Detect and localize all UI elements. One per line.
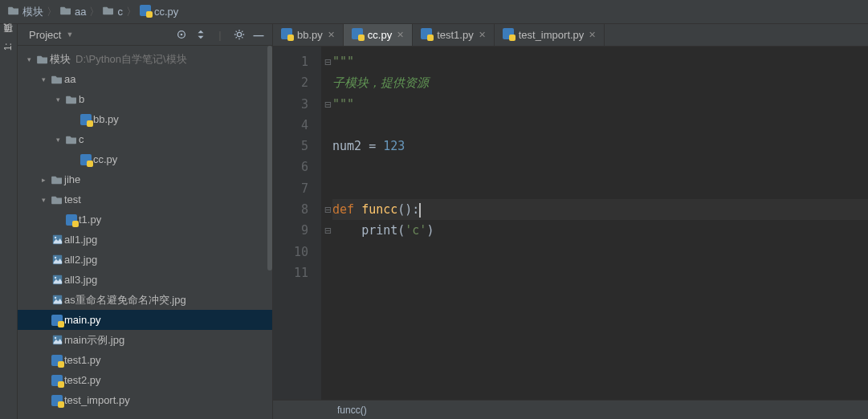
scrollbar[interactable] xyxy=(267,46,272,271)
fold-icon[interactable]: ⊟ xyxy=(324,199,331,220)
tab-label: test1.py xyxy=(437,29,474,41)
tree-node[interactable]: ▾test xyxy=(18,189,272,210)
chevron-down-icon[interactable]: ▾ xyxy=(37,196,50,204)
tree-label: test xyxy=(64,193,81,205)
tree-node[interactable]: ▾c xyxy=(18,129,272,149)
close-icon[interactable]: ✕ xyxy=(589,30,596,40)
img-icon xyxy=(50,275,64,285)
tree-node[interactable]: ·all1.jpg xyxy=(18,230,272,250)
chevron-down-icon[interactable]: ▾ xyxy=(51,96,64,104)
tree-label: all2.jpg xyxy=(64,254,97,266)
editor-tab[interactable]: bb.py✕ xyxy=(273,24,344,46)
chevron-down-icon[interactable]: ▾ xyxy=(22,55,35,63)
tree-node[interactable]: ·bb.py xyxy=(18,109,272,129)
code-line[interactable] xyxy=(332,157,868,177)
tab-label: test_import.py xyxy=(519,29,585,41)
code-line[interactable]: ⊟def funcc(): xyxy=(332,199,868,220)
close-icon[interactable]: ✕ xyxy=(328,30,335,40)
code-line[interactable]: ⊟""" xyxy=(332,94,868,115)
tree-node[interactable]: ·cc.py xyxy=(18,149,272,169)
code-line[interactable] xyxy=(332,242,868,262)
code-line[interactable] xyxy=(332,262,868,283)
folder-icon xyxy=(50,75,64,84)
editor-tabs: bb.py✕cc.py✕test1.py✕test_import.py✕ xyxy=(273,24,868,47)
img-icon xyxy=(50,254,64,265)
fold-icon[interactable]: ⊟ xyxy=(324,94,331,115)
py-icon xyxy=(281,28,292,42)
code-line[interactable]: ⊟""" xyxy=(332,51,868,72)
code-line[interactable]: 子模块，提供资源 xyxy=(332,72,868,93)
tree-node[interactable]: ·main示例.jpg xyxy=(18,330,272,350)
tree-label: t1.py xyxy=(79,214,101,226)
code-lines[interactable]: ⊟"""子模块，提供资源⊟"""num2 = 123⊟def funcc():⊟… xyxy=(321,47,868,400)
py-icon xyxy=(503,28,514,42)
chevron-right-icon: 〉 xyxy=(126,5,137,19)
line-number: 8 xyxy=(273,199,308,220)
py-icon xyxy=(352,28,363,42)
py-icon xyxy=(50,395,64,406)
tree-node[interactable]: ▾模块D:\Python自学笔记\模块 xyxy=(18,49,272,69)
project-panel: Project ▼ | — ▾模块D:\Python自学笔记\模块▾aa▾b·b… xyxy=(18,24,273,419)
tree-node[interactable]: ·test1.py xyxy=(18,350,272,370)
breadcrumb-item[interactable]: 模块 xyxy=(8,5,43,19)
code-area[interactable]: 1234567891011 ⊟"""子模块，提供资源⊟"""num2 = 123… xyxy=(273,47,868,400)
code-line[interactable] xyxy=(332,178,868,199)
py-icon xyxy=(79,114,93,125)
breadcrumb-label: aa xyxy=(75,6,86,18)
project-tree[interactable]: ▾模块D:\Python自学笔记\模块▾aa▾b·bb.py▾c·cc.py▸j… xyxy=(18,46,272,419)
editor-tab[interactable]: test1.py✕ xyxy=(413,24,495,46)
tree-node[interactable]: ·test2.py xyxy=(18,370,272,390)
tree-label: aa xyxy=(64,73,75,85)
chevron-right-icon[interactable]: ▸ xyxy=(37,176,50,184)
minimize-icon[interactable]: — xyxy=(251,27,266,42)
breadcrumb-item[interactable]: aa xyxy=(60,6,86,18)
breadcrumb-item[interactable]: c xyxy=(103,6,123,18)
close-icon[interactable]: ✕ xyxy=(397,30,404,40)
editor-tab[interactable]: cc.py✕ xyxy=(344,24,413,46)
tree-node[interactable]: ·as重命名避免命名冲突.jpg xyxy=(18,290,272,310)
svg-point-4 xyxy=(237,32,241,36)
tree-node[interactable]: ▸jihe xyxy=(18,169,272,189)
tab-label: cc.py xyxy=(368,29,392,41)
tree-node[interactable]: ▾aa xyxy=(18,69,272,89)
line-number: 9 xyxy=(273,220,308,241)
code-line[interactable]: ⊟ print('c') xyxy=(332,220,868,241)
gutter: 1234567891011 xyxy=(273,47,321,400)
token-builtin: print xyxy=(361,223,397,238)
tree-node[interactable]: ·main.py xyxy=(18,310,272,330)
tree-node[interactable]: ·t1.py xyxy=(18,210,272,230)
tree-label: main示例.jpg xyxy=(64,333,124,348)
chevron-down-icon[interactable]: ▼ xyxy=(66,31,73,39)
chevron-down-icon[interactable]: ▾ xyxy=(37,75,50,83)
tree-node[interactable]: ·all3.jpg xyxy=(18,270,272,290)
autoscroll-icon[interactable] xyxy=(194,27,208,42)
folder-icon xyxy=(64,135,79,144)
line-number: 10 xyxy=(273,242,308,262)
tree-label: all3.jpg xyxy=(64,274,97,286)
line-number: 1 xyxy=(273,51,308,72)
breadcrumb-label: cc.py xyxy=(154,6,178,18)
editor-tab[interactable]: test_import.py✕ xyxy=(495,24,605,46)
select-opened-icon[interactable] xyxy=(174,27,189,42)
status-text: funcc() xyxy=(337,405,367,416)
token-plain xyxy=(332,223,361,238)
tab-label: bb.py xyxy=(297,29,323,41)
code-line[interactable] xyxy=(332,115,868,136)
svg-point-8 xyxy=(54,257,55,258)
tree-node[interactable]: ·test_import.py xyxy=(18,390,272,410)
code-line[interactable]: num2 = 123 xyxy=(332,136,868,157)
breadcrumb-item[interactable]: cc.py xyxy=(140,5,178,18)
tree-node[interactable]: ·all2.jpg xyxy=(18,250,272,270)
folder-icon xyxy=(50,195,64,205)
chevron-down-icon[interactable]: ▾ xyxy=(51,136,64,144)
fold-icon[interactable]: ⊟ xyxy=(324,220,331,241)
tree-node[interactable]: ▾b xyxy=(18,89,272,109)
close-icon[interactable]: ✕ xyxy=(479,30,486,40)
tree-label: bb.py xyxy=(93,113,119,125)
gear-icon[interactable] xyxy=(232,27,247,42)
token-str: 'c' xyxy=(405,223,426,238)
chevron-right-icon: 〉 xyxy=(89,5,100,19)
panel-title: Project xyxy=(29,29,61,41)
sidebar-collapsed-tab[interactable]: 1: 项目 xyxy=(0,24,18,419)
fold-icon[interactable]: ⊟ xyxy=(324,51,331,72)
